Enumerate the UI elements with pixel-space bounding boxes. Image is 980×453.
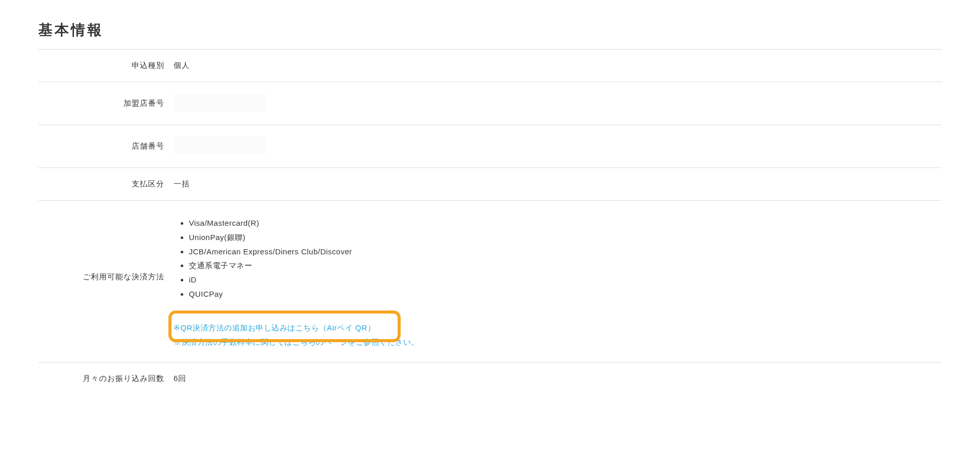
- link-qr-application[interactable]: ※QR決済方法の追加お申し込みはこちら（Airペイ QR）: [174, 321, 942, 336]
- row-payment-category: 支払区分 一括: [38, 168, 942, 201]
- list-item: Visa/Mastercard(R): [189, 216, 942, 230]
- row-application-type: 申込種別 個人: [38, 50, 942, 82]
- list-item: QUICPay: [189, 287, 942, 301]
- label-payment-methods: ご利用可能な決済方法: [38, 216, 174, 282]
- value-transfer-count: 6回: [174, 374, 942, 384]
- value-merchant-number: [174, 93, 942, 113]
- label-transfer-count: 月々のお振り込み回数: [38, 374, 174, 384]
- row-payment-methods: ご利用可能な決済方法 Visa/Mastercard(R) UnionPay(銀…: [38, 201, 942, 363]
- value-store-number: [174, 136, 942, 156]
- label-merchant-number: 加盟店番号: [38, 99, 174, 108]
- label-payment-category: 支払区分: [38, 179, 174, 189]
- list-item: iD: [189, 273, 942, 287]
- value-application-type: 個人: [174, 61, 942, 70]
- value-payment-methods: Visa/Mastercard(R) UnionPay(銀聯) JCB/Amer…: [174, 216, 942, 350]
- value-payment-category: 一括: [174, 179, 942, 189]
- links-block: ※QR決済方法の追加お申し込みはこちら（Airペイ QR） ※決済方法の手数料率…: [174, 321, 942, 350]
- label-application-type: 申込種別: [38, 61, 174, 70]
- redacted-value: [174, 93, 265, 112]
- section-title: 基本情報: [38, 20, 942, 50]
- row-store-number: 店舗番号: [38, 125, 942, 168]
- list-item: JCB/American Express/Diners Club/Discove…: [189, 245, 942, 259]
- label-store-number: 店舗番号: [38, 141, 174, 151]
- basic-info-table: 申込種別 個人 加盟店番号 店舗番号 支払区分 一括 ご利用可能な決済方法 Vi…: [38, 50, 942, 395]
- row-merchant-number: 加盟店番号: [38, 82, 942, 125]
- list-item: UnionPay(銀聯): [189, 230, 942, 245]
- list-item: 交通系電子マネー: [189, 258, 942, 273]
- redacted-value: [174, 136, 265, 155]
- row-transfer-count: 月々のお振り込み回数 6回: [38, 363, 942, 395]
- payment-method-list: Visa/Mastercard(R) UnionPay(銀聯) JCB/Amer…: [174, 216, 942, 301]
- link-fee-info[interactable]: ※決済方法の手数料率に関してはこちらのページをご参照ください。: [174, 335, 942, 350]
